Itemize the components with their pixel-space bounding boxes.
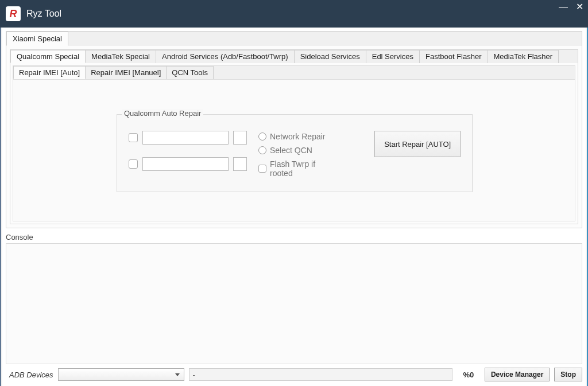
network-repair-label: Network Repair (270, 132, 325, 141)
imei1-aux-box[interactable] (233, 131, 247, 145)
imei2-aux-box[interactable] (233, 157, 247, 171)
imei1-checkbox[interactable] (129, 133, 138, 142)
sub-tabset: Repair IMEI [Auto] Repair IMEI [Manuel] … (13, 65, 575, 221)
inner-tab-body: Repair IMEI [Auto] Repair IMEI [Manuel] … (10, 63, 578, 224)
flash-twrp-checkbox[interactable] (258, 165, 266, 173)
imei2-input[interactable] (142, 157, 229, 171)
inner-tabset: Qualcomm Special MediaTek Special Androi… (10, 49, 578, 224)
tab-sideload-services[interactable]: Sideload Services (294, 50, 366, 63)
bottom-bar: ADB Devices - %0 Device Manager Stop (6, 364, 582, 383)
select-qcn-radio[interactable] (258, 146, 266, 154)
tab-qcn-tools[interactable]: QCN Tools (166, 66, 214, 79)
select-qcn-label: Select QCN (270, 146, 312, 155)
console-label: Console (6, 233, 582, 241)
window-controls: — ✕ (559, 2, 583, 11)
tab-repair-imei-manuel[interactable]: Repair IMEI [Manuel] (85, 66, 167, 79)
imei-inputs-column (129, 131, 247, 177)
close-icon[interactable]: ✕ (576, 2, 583, 11)
tab-repair-imei-auto[interactable]: Repair IMEI [Auto] (13, 66, 86, 79)
tab-fastboot-flasher[interactable]: Fastboot Flasher (419, 50, 488, 63)
inner-tabstrip: Qualcomm Special MediaTek Special Androi… (10, 50, 578, 63)
network-repair-radio[interactable] (258, 132, 266, 141)
start-repair-button[interactable]: Start Repair [AUTO] (374, 131, 461, 157)
app-logo-icon: R (6, 6, 21, 21)
sub-tab-body: Qualcomm Auto Repair (13, 79, 575, 221)
device-manager-button[interactable]: Device Manager (485, 368, 550, 381)
options-column: Network Repair Select QCN (258, 131, 340, 178)
tab-xiaomi-special[interactable]: Xiaomi Special (6, 32, 68, 46)
tab-mediatek-flasher[interactable]: MediaTek Flasher (488, 50, 559, 63)
title-bar: R Ryz Tool — ✕ (0, 0, 588, 28)
progress-text: - (193, 371, 195, 379)
adb-devices-combo[interactable] (58, 368, 184, 381)
outer-tabset: Xiaomi Special Qualcomm Special MediaTek… (6, 31, 582, 228)
progress-percent: %0 (457, 371, 480, 379)
groupbox-title: Qualcomm Auto Repair (122, 109, 203, 118)
imei1-input[interactable] (142, 131, 229, 145)
outer-tabstrip: Xiaomi Special (6, 32, 582, 46)
progress-bar: - (189, 368, 452, 381)
minimize-icon[interactable]: — (559, 2, 568, 11)
content-area: Xiaomi Special Qualcomm Special MediaTek… (2, 28, 586, 386)
app-title: Ryz Tool (26, 9, 61, 19)
stop-button[interactable]: Stop (554, 368, 582, 381)
tab-mediatek-special[interactable]: MediaTek Special (85, 50, 156, 63)
console-output[interactable] (6, 243, 582, 364)
tab-qualcomm-special[interactable]: Qualcomm Special (10, 50, 86, 63)
tab-android-services[interactable]: Android Services (Adb/Fastboot/Twrp) (156, 50, 295, 63)
outer-tab-body: Qualcomm Special MediaTek Special Androi… (6, 46, 582, 228)
imei2-checkbox[interactable] (129, 159, 138, 169)
sub-tabstrip: Repair IMEI [Auto] Repair IMEI [Manuel] … (13, 66, 575, 79)
adb-devices-label: ADB Devices (9, 371, 53, 379)
tab-edl-services[interactable]: Edl Services (366, 50, 420, 63)
qualcomm-auto-repair-group: Qualcomm Auto Repair (117, 114, 473, 192)
flash-twrp-label: Flash Twrp if rooted (270, 159, 340, 178)
